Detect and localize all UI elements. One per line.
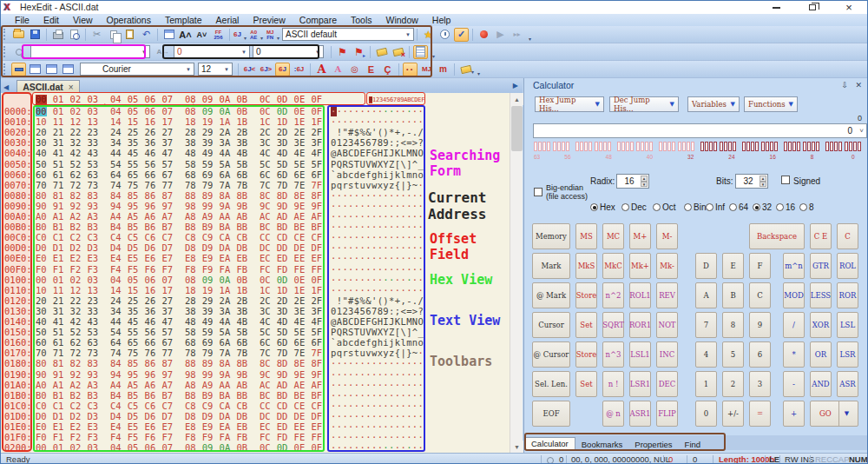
bit-cell[interactable]	[746, 142, 750, 151]
bit-cell[interactable]	[595, 142, 598, 151]
text-view-row[interactable]: ················	[331, 116, 424, 127]
hex-byte[interactable]: AF	[311, 380, 322, 390]
bit-cell[interactable]	[713, 142, 717, 151]
hex-byte[interactable]: 9C	[260, 201, 271, 211]
hex-byte[interactable]: D6	[145, 242, 156, 253]
calc-button-5[interactable]: 5	[722, 341, 744, 368]
calc-button-d[interactable]: D	[695, 253, 717, 279]
text-view-row[interactable]: ················	[331, 380, 424, 390]
hex-byte[interactable]: 1F	[311, 116, 322, 127]
calc-button-and[interactable]: AND	[810, 371, 832, 397]
hex-byte[interactable]: 75	[128, 180, 139, 190]
hex-byte[interactable]: 96	[145, 369, 156, 380]
hex-jump-history-dropdown[interactable]: Hex Jump His...▼	[535, 96, 604, 112]
calc-button--cursor[interactable]: @ Cursor	[532, 341, 570, 368]
hex-byte[interactable]: 07	[161, 106, 173, 116]
hex-byte[interactable]: 63	[87, 169, 98, 180]
hex-byte[interactable]: BE	[294, 390, 306, 401]
hex-byte[interactable]: 23	[87, 127, 98, 137]
bit-cell[interactable]	[838, 142, 842, 151]
scroll-up-icon[interactable]: ▲	[510, 93, 523, 105]
calc-button-lsl[interactable]: LSL	[837, 312, 858, 338]
hex-byte[interactable]: 03	[87, 106, 98, 116]
hex-byte[interactable]: EE	[294, 421, 306, 432]
hex-byte[interactable]: 2B	[236, 295, 247, 306]
hex-byte[interactable]: BB	[236, 390, 247, 401]
hex-byte[interactable]: 61	[53, 169, 64, 180]
hex-byte[interactable]: C6	[145, 232, 156, 242]
hex-byte[interactable]: 6F	[311, 169, 322, 180]
hex-byte[interactable]: D2	[70, 242, 82, 253]
text-view-row[interactable]: ················	[331, 432, 424, 442]
text-view-row[interactable]: ················	[331, 285, 424, 295]
toolbar-overflow-icon[interactable]: ▾	[529, 36, 531, 43]
hex-byte[interactable]: 71	[53, 180, 64, 190]
hex-byte[interactable]: 0E	[294, 275, 306, 285]
hex-byte[interactable]: 11	[53, 116, 64, 127]
calc-button-lsl1[interactable]: LSL1	[629, 341, 651, 368]
hex-byte[interactable]: 3B	[236, 137, 247, 148]
hex-byte[interactable]: 23	[87, 295, 98, 306]
hex-byte[interactable]: 15	[128, 285, 139, 295]
calc-button-+-[interactable]: +/-	[722, 401, 744, 427]
hex-byte[interactable]: 1D	[277, 285, 288, 295]
highlight-pen-icon[interactable]: ✓	[454, 28, 469, 42]
hex-byte[interactable]: B8	[185, 390, 196, 401]
text-view-row[interactable]: ················	[331, 421, 424, 432]
hex-byte[interactable]: F8	[185, 432, 196, 442]
char-display-2-icon[interactable]: 6J˃	[259, 63, 273, 76]
editor-vertical-scrollbar[interactable]: ▲ ▼	[510, 93, 523, 453]
signed-checkbox[interactable]	[781, 176, 790, 184]
text-view-row[interactable]: PQRSTUVWXYZ[\]^_	[331, 327, 424, 337]
hex-byte[interactable]: 4D	[277, 148, 288, 158]
hex-byte[interactable]: F7	[161, 264, 173, 275]
hex-byte[interactable]: 8C	[260, 358, 271, 368]
calc-button-4[interactable]: 4	[695, 341, 717, 368]
calc-button-b[interactable]: B	[722, 282, 744, 308]
hex-byte[interactable]: 15	[128, 116, 139, 127]
hex-byte[interactable]: 00	[36, 106, 47, 116]
hex-byte[interactable]: 37	[161, 137, 173, 148]
hex-byte[interactable]: 0E	[294, 442, 306, 453]
bit-cell[interactable]	[542, 142, 546, 151]
hex-byte[interactable]: 05	[128, 106, 139, 116]
hex-byte[interactable]: 08	[185, 442, 196, 453]
hex-byte[interactable]: B7	[161, 222, 173, 232]
calc-button-f[interactable]: F	[749, 253, 771, 279]
hex-byte[interactable]: 80	[36, 190, 47, 201]
calc-button-rev[interactable]: REV	[656, 282, 678, 308]
hex-byte[interactable]: 05	[128, 275, 139, 285]
hex-byte[interactable]: 26	[145, 127, 156, 137]
hex-byte[interactable]: A3	[87, 380, 98, 390]
hex-byte[interactable]: FC	[260, 432, 271, 442]
hex-byte[interactable]: BC	[260, 222, 271, 232]
menu-operations[interactable]: Operations	[100, 15, 158, 25]
text-view-row[interactable]: ················	[331, 232, 424, 242]
hex-byte[interactable]: 6A	[220, 169, 231, 180]
menu-file[interactable]: File	[8, 15, 36, 25]
menu-help[interactable]: Help	[425, 15, 458, 25]
hex-byte[interactable]: BF	[311, 390, 322, 401]
hex-byte[interactable]: 0D	[277, 106, 288, 116]
hex-byte[interactable]: DF	[311, 411, 322, 421]
hex-byte[interactable]: D8	[185, 411, 196, 421]
bit-cell[interactable]	[807, 142, 811, 151]
bit-cell[interactable]	[667, 142, 671, 151]
bit-cell[interactable]	[770, 142, 773, 151]
hex-byte[interactable]: 1C	[260, 116, 271, 127]
hex-byte[interactable]: 4C	[260, 148, 271, 158]
hex-byte[interactable]: 51	[53, 327, 64, 337]
bit-cell[interactable]	[728, 142, 732, 151]
font-decrease-icon[interactable]: A˅	[194, 28, 209, 42]
hex-byte[interactable]: 03	[87, 442, 98, 453]
hex-byte[interactable]: 89	[202, 358, 214, 368]
hex-byte[interactable]: B6	[145, 390, 156, 401]
calc-button-a[interactable]: A	[695, 282, 717, 308]
hex-byte[interactable]: 7E	[294, 180, 306, 190]
hex-byte[interactable]: 8D	[277, 358, 288, 368]
calc-button-asr1[interactable]: ASR1	[629, 401, 651, 427]
hex-byte[interactable]: 02	[70, 275, 82, 285]
hex-byte[interactable]: 10	[36, 285, 47, 295]
hex-byte[interactable]: 54	[110, 327, 122, 337]
calc-button-dec[interactable]: DEC	[656, 371, 678, 397]
